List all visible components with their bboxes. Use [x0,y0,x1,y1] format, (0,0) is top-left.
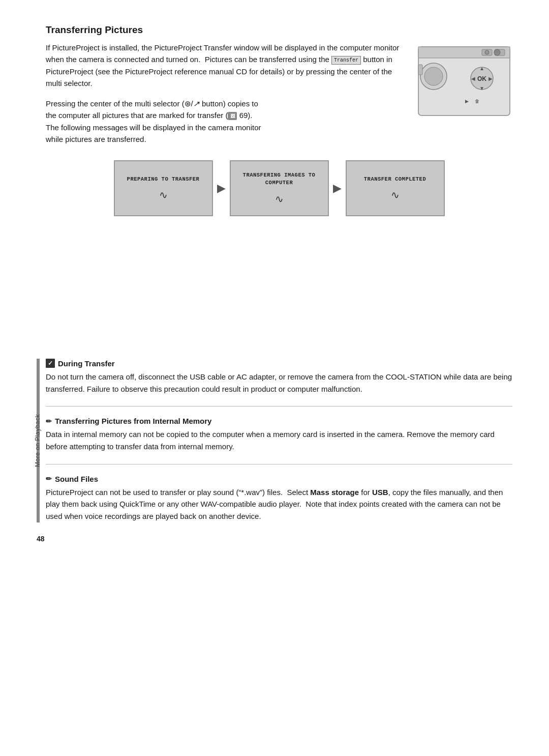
svg-text:▲: ▲ [479,66,484,71]
note-during-transfer-body: Do not turn the camera off, disconnect t… [46,371,512,395]
camera-diagram: OK ▲ ▼ ◀ ▶ ▶ 🗑 [416,42,512,121]
svg-text:▶: ▶ [465,99,469,104]
svg-point-15 [494,49,500,55]
mass-storage-bold: Mass storage [310,488,359,497]
section-title: Transferring Pictures [46,24,512,36]
intro-block: OK ▲ ▼ ◀ ▶ ▶ 🗑 If PictureProject [46,42,512,145]
svg-text:🗑: 🗑 [475,99,479,104]
thumb-icon: 🖼 [228,112,237,120]
sidebar-label: More on Playback [34,414,41,467]
pencil-icon-1: ✏ [46,417,52,425]
pencil-icon-2: ✏ [46,475,52,483]
arrow1: ▶ [217,182,226,195]
divider1 [46,406,512,406]
svg-text:OK: OK [477,75,486,82]
note-sound-files-title: ✏ Sound Files [46,475,512,483]
intro-paragraph2: Pressing the center of the multi selecto… [46,98,264,145]
note-internal-memory-title: ✏ Transferring Pictures from Internal Me… [46,417,512,425]
lcd-step3-wave: ∿ [391,189,400,201]
page-container: Transferring Pictures OK ▲ ▼ ◀ ▶ [0,0,549,558]
lcd-step1-text: PREPARING TO TRANSFER [127,176,200,183]
checkmark-icon: ✓ [46,359,55,368]
usb-bold: USB [372,488,388,497]
note-internal-memory-body: Data in internal memory can not be copie… [46,428,512,452]
transfer-button-icon: Transfer [331,56,361,65]
note-sound-files-body: PictureProject can not be used to transf… [46,486,512,522]
svg-text:◀: ◀ [471,76,475,81]
svg-rect-14 [418,65,422,75]
divider2 [46,464,512,464]
lcd-step2-wave: ∿ [275,193,284,205]
svg-point-16 [485,50,489,54]
note-during-transfer-title: ✓ During Transfer [46,359,512,368]
lcd-step2-text: TRANSFERING IMAGES TO COMPUTER [236,171,323,186]
lcd-step1-wave: ∿ [159,189,168,201]
svg-text:▼: ▼ [479,85,484,91]
note-during-transfer: ✓ During Transfer Do not turn the camera… [46,359,512,395]
lcd-step3: TRANSFER COMPLETED ∿ [346,160,445,216]
note-internal-memory: ✏ Transferring Pictures from Internal Me… [46,417,512,452]
svg-text:▶: ▶ [489,76,493,81]
svg-point-3 [424,67,443,85]
arrow2: ▶ [333,182,342,195]
bottom-section: More on Playback ✓ During Transfer Do no… [46,359,512,522]
lcd-step2: TRANSFERING IMAGES TO COMPUTER ∿ [230,160,329,216]
transfer-steps: PREPARING TO TRANSFER ∿ ▶ TRANSFERING IM… [46,160,512,216]
lcd-step1: PREPARING TO TRANSFER ∿ [114,160,213,216]
spacer [46,237,512,348]
lcd-step3-text: TRANSFER COMPLETED [364,176,426,183]
note-sound-files: ✏ Sound Files PictureProject can not be … [46,475,512,522]
page-number: 48 [37,535,45,543]
